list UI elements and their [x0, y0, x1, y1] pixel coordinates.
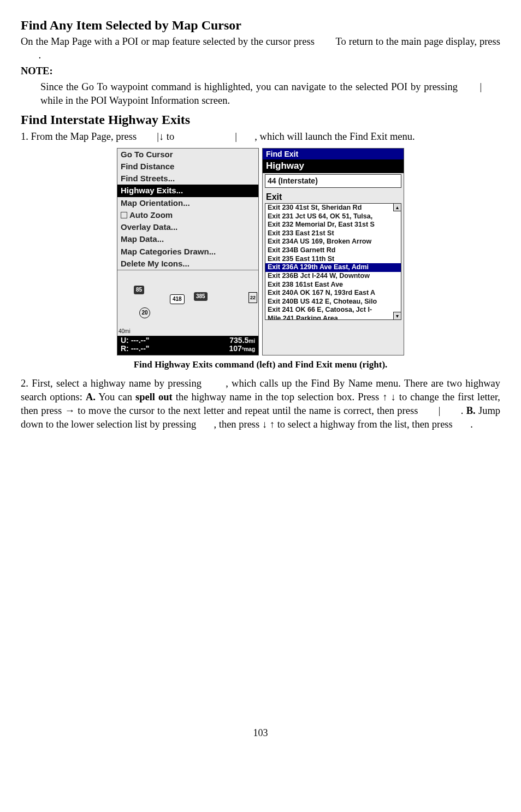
- menu-item-highway-exits[interactable]: Highway Exits...: [117, 185, 258, 197]
- text: , then press: [214, 419, 262, 430]
- text: NOTE:: [21, 66, 53, 76]
- exit-row-selected[interactable]: Exit 236A 129th Ave East, Admi: [265, 263, 401, 272]
- hwy-circle-20: 20: [139, 307, 150, 318]
- highway-label: Highway: [263, 159, 404, 173]
- figure: Go To Cursor Find Distance Find Streets.…: [21, 148, 500, 371]
- r-value: ---.--": [131, 344, 150, 353]
- text-bold-a: A.: [86, 392, 96, 402]
- exit-row[interactable]: Exit 240B US 412 E, Choteau, Silo: [265, 298, 401, 306]
- text: On the Map Page with a POI or map featur…: [21, 36, 317, 47]
- text: |: [480, 81, 482, 92]
- status-bar: U: ---.--" R: ---.--" 735.5mi 107ºmag: [117, 336, 258, 355]
- text: while in the POI Waypoint Information sc…: [40, 95, 230, 106]
- text: You can: [98, 392, 135, 402]
- exit-row[interactable]: Exit 230 41st St, Sheridan Rd: [265, 204, 401, 212]
- menu-list: Go To Cursor Find Distance Find Streets.…: [117, 149, 258, 270]
- status-right: 735.5mi 107ºmag: [229, 336, 255, 353]
- text: 2. First, select a highway name by press…: [21, 378, 205, 389]
- text: .: [38, 50, 41, 61]
- hwy-shield-418: 418: [170, 294, 185, 304]
- text: to: [167, 131, 177, 142]
- text-bold-b: B.: [466, 405, 476, 416]
- text: |: [439, 405, 441, 416]
- up-arrow-icon: ↑: [270, 418, 275, 430]
- right-arrow-icon: →: [65, 405, 75, 416]
- paragraph-step1: 1. From the Map Page, press |↓ to | , wh…: [21, 130, 500, 144]
- exit-row[interactable]: Exit 240A OK 167 N, 193rd East A: [265, 289, 401, 298]
- paragraph-step2: 2. First, select a highway name by press…: [21, 377, 500, 431]
- bearing-unit: mag: [244, 346, 255, 352]
- heading-find-interstate: Find Interstate Highway Exits: [21, 111, 500, 128]
- hwy-marker-22: 22: [248, 292, 257, 303]
- menu-item-auto-zoom[interactable]: Auto Zoom: [117, 209, 258, 221]
- exit-label: Exit: [263, 190, 404, 203]
- distance-value: 735.5: [229, 336, 248, 345]
- hwy-shield-85: 85: [134, 286, 144, 294]
- exit-row[interactable]: Mile 241 Parking Area: [265, 315, 401, 320]
- text-bold-spell-out: spell out: [135, 392, 173, 402]
- status-left: U: ---.--" R: ---.--": [121, 336, 150, 353]
- highway-value[interactable]: 44 (Interstate): [265, 174, 401, 188]
- up-arrow-icon: ↑: [382, 391, 387, 402]
- text: To return to the main page display, pres…: [336, 36, 500, 47]
- text: .: [461, 405, 466, 416]
- exit-row[interactable]: Exit 233 East 21st St: [265, 229, 401, 238]
- heading-find-any-item: Find Any Item Selected by Map Cursor: [21, 16, 500, 34]
- exit-row[interactable]: Exit 235 East 11th St: [265, 255, 401, 264]
- note-body: Since the Go To waypoint command is high…: [40, 80, 500, 108]
- exit-row[interactable]: Exit 231 Jct US 64, OK 51, Tulsa,: [265, 212, 401, 221]
- map-area: 85 418 385 20 40mi 22: [117, 270, 258, 336]
- scroll-down-button[interactable]: ▾: [393, 312, 401, 319]
- down-arrow-icon: ↓: [159, 131, 164, 142]
- hwy-shield-385: 385: [194, 292, 208, 301]
- down-arrow-icon: ▾: [394, 312, 401, 320]
- text: Since the Go To waypoint command is high…: [40, 81, 461, 92]
- menu-item-map-orientation[interactable]: Map Orientation...: [117, 197, 258, 209]
- text: 1. From the Map Page, press: [21, 131, 139, 142]
- u-label: U:: [121, 336, 129, 345]
- down-arrow-icon: ↓: [391, 391, 396, 402]
- exit-row[interactable]: Exit 234A US 169, Broken Arrow: [265, 238, 401, 246]
- figure-caption: Find Highway Exits command (left) and Fi…: [21, 359, 500, 371]
- up-arrow-icon: ▴: [394, 204, 401, 211]
- exit-row[interactable]: Exit 234B Garnett Rd: [265, 246, 401, 255]
- bearing-value: 107: [229, 344, 241, 353]
- menu-item-map-data[interactable]: Map Data...: [117, 233, 258, 245]
- text: .: [470, 419, 473, 430]
- left-device-panel: Go To Cursor Find Distance Find Streets.…: [117, 148, 259, 355]
- exit-row[interactable]: Exit 241 OK 66 E, Catoosa, Jct I-: [265, 306, 401, 315]
- paragraph-find-any-item: On the Map Page with a POI or map featur…: [21, 35, 500, 62]
- down-arrow-icon: ↓: [262, 418, 267, 430]
- text: the highway name in the top selection bo…: [176, 392, 382, 402]
- scroll-up-button[interactable]: ▴: [393, 204, 401, 211]
- menu-item-find-streets[interactable]: Find Streets...: [117, 173, 258, 185]
- menu-item-delete-my-icons[interactable]: Delete My Icons...: [117, 258, 258, 270]
- right-device-panel: Find Exit Highway 44 (Interstate) Exit ▴…: [262, 148, 404, 355]
- page-number: 103: [21, 726, 500, 739]
- menu-item-map-categories-drawn[interactable]: Map Categories Drawn...: [117, 246, 258, 258]
- distance-unit: mi: [248, 338, 255, 344]
- text: to select a highway from the list, then …: [277, 419, 455, 430]
- text: |: [235, 131, 237, 142]
- menu-item-overlay-data[interactable]: Overlay Data...: [117, 221, 258, 233]
- menu-item-find-distance[interactable]: Find Distance: [117, 161, 258, 173]
- exit-row[interactable]: Exit 232 Memorial Dr, East 31st S: [265, 221, 401, 229]
- note-label: NOTE:: [21, 64, 500, 78]
- exit-row[interactable]: Exit 236B Jct I-244 W, Downtow: [265, 272, 401, 281]
- menu-item-go-to-cursor[interactable]: Go To Cursor: [117, 149, 258, 161]
- map-scale: 40mi: [119, 328, 131, 335]
- r-label: R:: [121, 344, 129, 353]
- exit-row[interactable]: Exit 238 161st East Ave: [265, 281, 401, 289]
- exit-list[interactable]: ▴ Exit 230 41st St, Sheridan Rd Exit 231…: [265, 203, 401, 320]
- u-value: ---.--": [131, 336, 150, 345]
- text: , which will launch the Find Exit menu.: [254, 131, 415, 142]
- panel-title-find-exit: Find Exit: [263, 149, 404, 160]
- text: to move the cursor to the next let­ter a…: [78, 405, 421, 416]
